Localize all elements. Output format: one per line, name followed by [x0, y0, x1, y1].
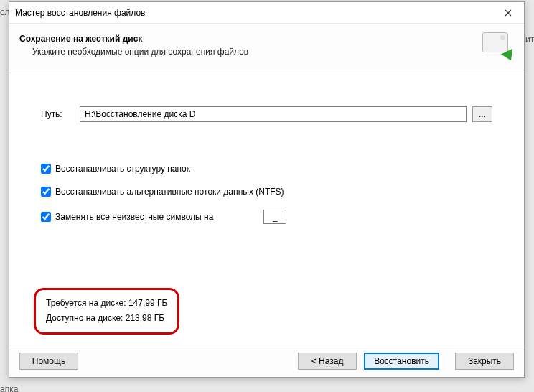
replace-unknown-checkbox[interactable]: [41, 212, 51, 222]
restore-ads-checkbox[interactable]: [41, 187, 51, 197]
restore-structure-label: Восстанавливать структуру папок: [55, 164, 190, 174]
help-button[interactable]: Помощь: [19, 353, 78, 370]
header-title: Сохранение на жесткий диск: [19, 34, 481, 44]
restore-ads-label: Восстанавливать альтернативные потоки да…: [55, 187, 284, 197]
restore-structure-row: Восстанавливать структуру папок: [41, 164, 492, 174]
recover-button[interactable]: Восстановить: [364, 353, 439, 370]
window-title: Мастер восстановления файлов: [15, 8, 492, 18]
titlebar: Мастер восстановления файлов: [9, 2, 524, 24]
browse-button[interactable]: ...: [472, 106, 492, 122]
replace-unknown-row: Заменять все неизвестные символы на: [41, 210, 492, 224]
path-label: Путь:: [41, 109, 80, 119]
disk-space-highlighted: Требуется на диске: 147,99 ГБ Доступно н…: [34, 288, 179, 335]
replace-unknown-label: Заменять все неизвестные символы на: [55, 212, 213, 222]
close-button[interactable]: Закрыть: [455, 353, 514, 370]
replace-char-input[interactable]: [263, 210, 286, 224]
back-button[interactable]: < Назад: [298, 353, 357, 370]
wizard-header: Сохранение на жесткий диск Укажите необх…: [9, 24, 524, 70]
restore-structure-checkbox[interactable]: [41, 164, 51, 174]
close-icon[interactable]: [492, 2, 524, 24]
recovery-wizard-dialog: Мастер восстановления файлов Сохранение …: [9, 1, 525, 378]
wizard-content: Путь: ... Восстанавливать структуру папо…: [9, 70, 524, 345]
path-row: Путь: ...: [41, 106, 492, 122]
hdd-recovery-icon: [481, 31, 514, 60]
disk-required: Требуется на диске: 147,99 ГБ: [46, 296, 167, 312]
restore-ads-row: Восстанавливать альтернативные потоки да…: [41, 187, 492, 197]
header-subtitle: Укажите необходимые опции для сохранения…: [19, 47, 481, 57]
wizard-footer: Помощь < Назад Восстановить Закрыть: [9, 345, 524, 377]
path-input[interactable]: [80, 106, 467, 122]
disk-available: Доступно на диске: 213,98 ГБ: [46, 311, 167, 327]
